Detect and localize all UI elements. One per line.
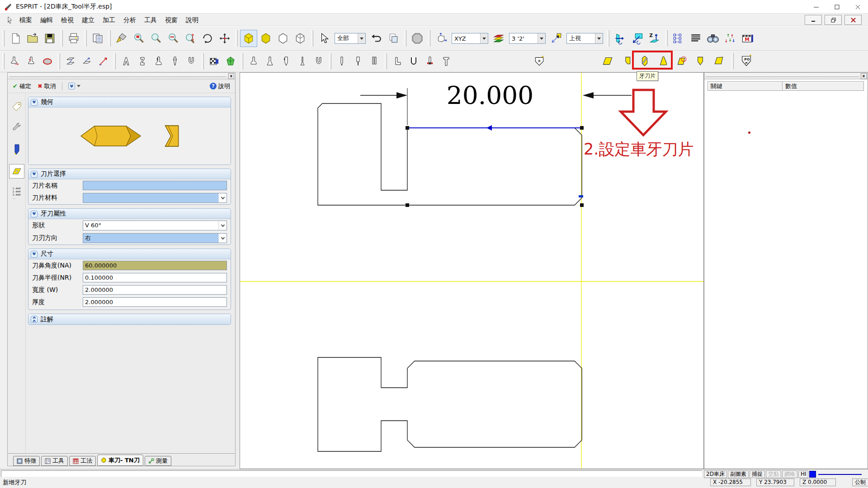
tap-tool-button[interactable] [183,53,199,70]
subelement-toggle[interactable]: 副圖素 [728,470,749,478]
toolbar-grip[interactable] [58,53,60,70]
panel-close-button[interactable]: x [861,73,867,79]
menu-edit[interactable]: 編輯 [36,14,57,26]
trapezoid-insert-button[interactable] [711,53,727,69]
turn-tool-3-button[interactable] [278,53,294,70]
face-tool-button[interactable] [39,53,56,70]
u-tool-button[interactable] [406,53,422,70]
bore-button[interactable] [366,53,382,70]
clamp-tool-button[interactable] [438,53,454,70]
redraw-button[interactable] [113,30,130,47]
help-button[interactable]: ?說明 [208,81,232,91]
toolbar-grip[interactable] [428,30,430,47]
view-combo[interactable]: 上視 [566,33,603,44]
combo-dropdown-button[interactable] [218,193,226,202]
drawing-canvas[interactable]: 20.000 2.設定車牙刀片 [240,72,704,469]
toolbar-grip[interactable] [311,30,313,47]
cutting-direction-combo[interactable]: 右 [83,233,227,243]
center-drill-button[interactable] [350,53,366,70]
thread-tool-header[interactable]: 牙刀屬性 [28,209,231,219]
insert-selection-header[interactable]: 刀片選擇 [28,169,231,179]
ok-button[interactable]: ✔確定 [10,81,33,91]
report-button[interactable] [89,30,106,47]
notes-section-header[interactable]: 註解 [28,314,231,324]
tag-page-button[interactable] [9,99,24,113]
register-list-button[interactable]: 1-###2-###3-###.. [9,186,24,200]
tab-turning-tool[interactable]: 車刀- TN刀 [97,455,143,466]
mdi-close-button[interactable] [844,15,862,25]
zoom-window-button[interactable] [130,30,147,47]
selection-filter-combo[interactable]: 全部 [335,33,366,44]
view-direction-button[interactable] [547,30,565,47]
insert-name-input[interactable] [83,181,227,190]
cancel-button[interactable]: ✖取消 [35,81,58,91]
select-button[interactable] [316,30,333,47]
preview-button[interactable] [704,30,722,47]
tab-measure[interactable]: 測量 [145,456,171,466]
l-tool-button[interactable] [389,53,406,70]
nose-radius-input[interactable]: 0.100000 [83,273,227,282]
hidden-line-view-button[interactable] [292,30,309,47]
layers-button[interactable] [490,30,507,47]
turn-tool-1-button[interactable] [245,53,262,70]
panel-cap[interactable]: x [704,73,868,80]
turn-tool-5-button[interactable] [311,53,327,70]
save-button[interactable] [41,30,58,47]
key-column-header[interactable]: 關鍵 [708,81,783,91]
close-button[interactable] [847,0,868,14]
detail-insert-button[interactable] [674,53,690,69]
dropdown-button[interactable] [480,33,488,43]
operations-list-button[interactable] [687,30,704,47]
parallelogram-insert-button[interactable] [599,53,616,69]
status-input-field[interactable] [1,470,702,477]
point-cloud-button[interactable] [722,30,739,47]
mdi-minimize-button[interactable] [805,15,822,25]
open-file-button[interactable] [24,30,41,47]
mdi-restore-button[interactable] [825,15,842,25]
toolbar-grip[interactable] [665,30,668,47]
menu-create[interactable]: 建立 [78,14,99,26]
geometry-section-header[interactable]: 幾何 [28,97,231,108]
insert-page-button[interactable] [9,164,24,178]
combo-dropdown-button[interactable] [218,221,226,230]
tool-setup-button[interactable] [23,53,39,70]
toolbar-grip[interactable] [2,53,5,70]
undo-button[interactable] [368,30,385,47]
tool-holder-page-button[interactable] [9,121,24,135]
menu-analysis[interactable]: 分析 [119,14,140,26]
print-button[interactable] [65,30,82,47]
toolbar-grip[interactable] [236,30,238,47]
od-profile-tool-button[interactable] [118,53,134,70]
insert-material-combo[interactable] [83,193,227,203]
tab-features[interactable]: 特徵 [13,456,40,466]
toolbar-grip[interactable] [2,30,5,47]
groove-profile-tool-button[interactable] [134,53,151,70]
thickness-input[interactable]: 2.000000 [83,297,227,307]
menu-machining[interactable]: 加工 [99,14,119,26]
turn-tool-2-button[interactable] [262,53,278,70]
width-input[interactable]: 2.000000 [83,285,227,295]
snap-toggle[interactable]: 捕捉 [750,470,765,478]
rotate-uvw-y-button[interactable] [629,30,646,47]
work-plane-combo[interactable]: XYZ [452,33,488,44]
wireframe-view-button[interactable] [274,30,292,47]
nose-angle-input[interactable]: 60.000000 [83,261,227,270]
new-file-button[interactable] [7,30,24,47]
toolbar-grip[interactable] [113,53,116,70]
dropdown-button[interactable] [358,33,365,43]
tool-shank-page-button[interactable] [9,142,24,157]
table-body[interactable] [704,91,868,461]
toolbar-grip[interactable] [607,30,609,47]
toolbar-grip[interactable] [329,53,331,70]
maximize-button[interactable] [826,0,847,14]
toolbar-grip[interactable] [241,53,243,70]
dropdown-button[interactable] [595,33,603,43]
toolbar-grip[interactable] [61,30,63,47]
panel-cap[interactable]: x [8,73,235,80]
layer-combo[interactable]: 3 '2' [509,33,546,44]
pan-button[interactable] [216,30,233,47]
menu-file[interactable]: 檔案 [15,14,36,26]
tool-change-button[interactable] [7,53,23,70]
toolbar-grip[interactable] [731,53,734,69]
turn-tool-4-button[interactable] [294,53,311,70]
